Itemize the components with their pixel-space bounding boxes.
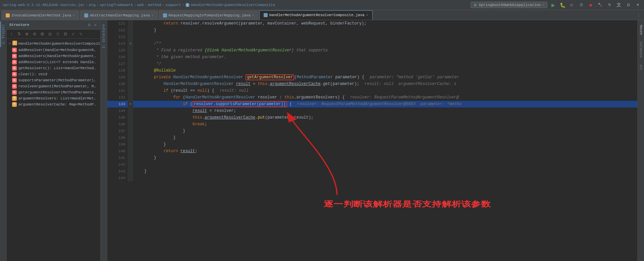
chinese-annotation-text: 逐一判断该解析器是否支持解析该参数	[324, 200, 491, 208]
line-123: 123	[107, 34, 637, 40]
sidebar-header-icons: ⚙ ✕	[87, 22, 98, 28]
vtab-ant[interactable]: Ant	[638, 61, 643, 74]
breadcrumb-org[interactable]: org	[89, 3, 96, 7]
tree-item-6[interactable]: m resolveArgument(MethodParameter, Model…	[7, 83, 100, 89]
line-139: 139 }	[107, 141, 637, 148]
tree-item-5[interactable]: m supportsParameter(MethodParameter): bo…	[7, 77, 100, 83]
tab-handler-active[interactable]: HandlerMethodArgumentResolverComposite.j…	[259, 10, 373, 20]
sidebar-close-icon[interactable]: ✕	[93, 22, 98, 28]
line-137: 137 }	[107, 128, 637, 134]
tab-icon-requestmapping	[163, 13, 167, 17]
tree-item-label-3: getResolvers(): List<HandlerMethodArgume…	[18, 66, 98, 70]
line-133: 133 ➤ if (resolver.supportsParameter(par…	[107, 101, 637, 107]
tree-item-label-4: clear(): void	[18, 72, 47, 76]
sidebar-toolbar: ↕ ⇅ ⊕ ⊖ ⊞ ◎ ☉ ⊟ ⤢ ⤡	[7, 30, 100, 39]
line-141: 141 }	[107, 155, 637, 161]
topbar-right: Springboot05Web01Application ▾ ▶ 🐛 ▷ ⏱ ■…	[471, 1, 641, 9]
expand-all-button[interactable]: ⊕	[23, 31, 30, 37]
sort-alpha-button[interactable]: ↕	[8, 31, 15, 37]
tree-item-7[interactable]: m getArgumentResolver(MethodParameter): …	[7, 89, 100, 95]
tree-item-label-7: getArgumentResolver(MethodParameter): Ha…	[18, 90, 98, 94]
tabs-bar: InvocableHandlerMethod.java ✕ AbstractHa…	[0, 10, 644, 20]
breadcrumb-web[interactable]: web	[137, 3, 144, 7]
breadcrumb-springframework[interactable]: springframework	[100, 3, 133, 7]
maximize-button[interactable]: ⊡	[625, 1, 632, 9]
vtab-maven[interactable]: Maven	[638, 21, 643, 38]
visibility-filter-button[interactable]: ☉	[54, 31, 61, 37]
method-icon-0: m	[12, 48, 17, 52]
svg-text:C: C	[14, 41, 15, 45]
method-icon-1: m	[12, 54, 17, 58]
tree-root[interactable]: ▾ C HandlerMethodArgumentResolverComposi…	[7, 40, 100, 47]
line-122: 122 }	[107, 27, 637, 34]
line-127: 127 */	[107, 60, 637, 67]
tab-close-handler[interactable]: ✕	[366, 13, 368, 17]
breadcrumb-class[interactable]: HandlerMethodArgumentResolverComposite	[191, 3, 275, 7]
right-vertical-tabs: Maven Database Ant	[637, 20, 644, 261]
breadcrumb-class-icon: C	[185, 3, 190, 7]
line-126: 126 * the given method parameter.	[107, 54, 637, 60]
translate-button[interactable]: 文	[615, 1, 623, 9]
run-config[interactable]: Springboot05Web01Application ▾	[471, 2, 547, 8]
line-143: 143 }	[107, 168, 637, 175]
stop-button[interactable]: ■	[587, 1, 594, 9]
line-130: 130 HandlerMethodArgumentResolver result…	[107, 81, 637, 87]
vtab-database[interactable]: Database	[638, 38, 643, 61]
close-button[interactable]: ✕	[634, 1, 641, 9]
sidebar-settings-icon[interactable]: ⚙	[87, 22, 92, 28]
line-135: 135 this.argumentResolverCache.put(param…	[107, 114, 637, 121]
tree-item-3[interactable]: m getResolvers(): List<HandlerMethodArgu…	[7, 65, 100, 71]
line-132: 132 for (HandlerMethodArgumentResolver r…	[107, 94, 637, 101]
tree-item-0[interactable]: m addResolver(HandlerMethodArgumentResol…	[7, 47, 100, 53]
tree-expand-icon: ▾	[9, 41, 11, 46]
expand-tree-button[interactable]: ⤢	[70, 31, 76, 37]
tree-item-label-9: argumentResolverCache: Map<MethodParamet…	[18, 102, 98, 106]
breadcrumb-jar[interactable]: spring-web-5.2.12.RELEASE-sources.jar	[3, 3, 85, 7]
line-136: 136 break;	[107, 121, 637, 128]
coverage-button[interactable]: ▷	[568, 1, 576, 9]
tree-root-label: HandlerMethodArgumentResolverComposite	[18, 42, 100, 46]
breadcrumb-method[interactable]: method	[148, 3, 161, 7]
sort-type-button[interactable]: ⇅	[16, 31, 22, 37]
tree-item-8[interactable]: f argumentResolvers: List<HandlerMethodA…	[7, 95, 100, 101]
method-icon-2: m	[12, 60, 17, 64]
code-area[interactable]: 121 return resolver.resolveArgument(para…	[107, 20, 637, 261]
left-vertical-tabs: 2: Structure	[101, 20, 107, 261]
tree-item-9[interactable]: f argumentResolverCache: Map<MethodParam…	[7, 101, 100, 107]
debug-button[interactable]: 🐛	[559, 1, 566, 9]
build-button[interactable]: 🔨	[596, 1, 604, 9]
tab-close-invocable[interactable]: ✕	[73, 13, 75, 17]
tree-item-label-1: addResolvers(HandlerMethodArgumentResolv…	[18, 54, 98, 58]
line-131: 131 if (result == null) {result: null	[107, 87, 637, 94]
tab-more[interactable]: ⋮	[633, 10, 644, 20]
run-button[interactable]: ▶	[549, 1, 557, 9]
line-144: 144	[107, 175, 637, 181]
tab-invocable[interactable]: InvocableHandlerMethod.java ✕	[1, 10, 79, 20]
tree-item-1[interactable]: m addResolvers(HandlerMethodArgumentReso…	[7, 53, 100, 59]
show-inherited-button[interactable]: ⊞	[39, 31, 46, 37]
show-fields-button[interactable]: ⊟	[62, 31, 69, 37]
vtab-structure[interactable]: 2: Structure	[101, 21, 106, 51]
far-left-panel: 1: Project	[0, 20, 7, 261]
method-icon-7: m	[12, 90, 17, 95]
line-138: 138 }	[107, 134, 637, 141]
visibility-button[interactable]: ◎	[47, 31, 53, 37]
profile-button[interactable]: ⏱	[578, 1, 585, 9]
collapse-button[interactable]: ⊖	[31, 31, 38, 37]
tab-close-requestmapping[interactable]: ✕	[252, 13, 254, 17]
collapse-tree-button[interactable]: ⤡	[77, 31, 84, 37]
tree-item-label-8: argumentResolvers: List<HandlerMethodArg…	[18, 96, 98, 100]
run-config-dropdown-icon[interactable]: ▾	[542, 3, 544, 7]
breadcrumb-support[interactable]: support	[166, 3, 181, 7]
svg-text:C: C	[187, 4, 189, 7]
tab-requestmapping[interactable]: RequestMappingInfoHandlerMapping.java ✕	[159, 10, 259, 20]
tree-item-label-5: supportsParameter(MethodParameter): bool…	[18, 78, 98, 82]
tab-icon-abstract	[84, 13, 88, 17]
tab-close-abstract[interactable]: ✕	[152, 13, 154, 17]
project-tab[interactable]: 1: Project	[0, 21, 6, 47]
tab-abstract[interactable]: AbstractHandlerMapping.java ✕	[80, 10, 158, 20]
tree-item-4[interactable]: m clear(): void	[7, 71, 100, 77]
refresh-button[interactable]: ↻	[606, 1, 613, 9]
tab-icon-invocable	[6, 13, 10, 17]
tree-item-2[interactable]: m addResolvers(List<? extends HandlerMet…	[7, 59, 100, 65]
